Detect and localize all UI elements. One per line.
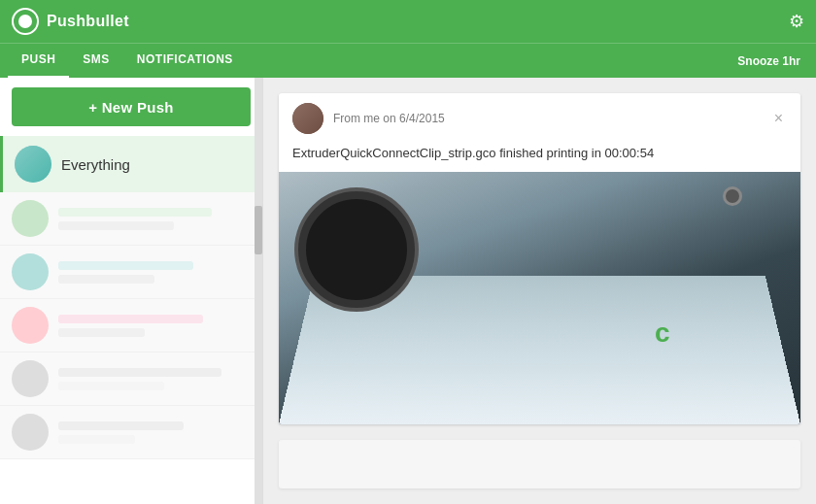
header-right: ⚙ <box>789 11 804 32</box>
header-left: Pushbullet <box>12 8 129 35</box>
nav-tabs-left: PUSH SMS NOTIFICATIONS <box>8 44 247 79</box>
tab-push[interactable]: PUSH <box>8 44 69 79</box>
main-layout: + New Push Everything <box>0 78 816 504</box>
img-bolt <box>723 186 742 206</box>
sidebar-list <box>0 192 262 504</box>
list-item[interactable] <box>0 353 262 406</box>
push-card-placeholder <box>279 440 800 488</box>
sidebar-scrollbar-thumb[interactable] <box>255 206 262 254</box>
list-item[interactable] <box>0 299 262 353</box>
everything-avatar <box>15 146 51 183</box>
push-card-header: From me on 6/4/2015 × <box>279 93 800 144</box>
img-green-mark: c <box>655 318 684 347</box>
push-image: c <box>279 172 800 424</box>
content-area: From me on 6/4/2015 × ExtruderQuickConne… <box>263 78 816 504</box>
list-item[interactable] <box>0 406 262 459</box>
tab-sms[interactable]: SMS <box>69 44 123 79</box>
sender-info: From me on 6/4/2015 <box>333 112 761 125</box>
list-item[interactable] <box>0 246 262 299</box>
gear-icon[interactable]: ⚙ <box>789 11 804 32</box>
new-push-button[interactable]: + New Push <box>12 87 251 126</box>
snooze-button[interactable]: Snooze 1hr <box>737 54 808 68</box>
sidebar: + New Push Everything <box>0 78 263 504</box>
sidebar-item-everything[interactable]: Everything <box>0 136 262 192</box>
push-close-button[interactable]: × <box>770 109 787 128</box>
sender-avatar <box>292 103 323 134</box>
nav-tabs: PUSH SMS NOTIFICATIONS Snooze 1hr <box>0 43 816 78</box>
app-title: Pushbullet <box>47 13 129 30</box>
push-message: ExtruderQuickConnectClip_strip.gco finis… <box>279 144 800 172</box>
push-card: From me on 6/4/2015 × ExtruderQuickConne… <box>279 93 800 424</box>
list-item[interactable] <box>0 192 262 246</box>
img-fan <box>298 191 415 308</box>
everything-label: Everything <box>61 156 130 173</box>
push-image-content: c <box>279 172 800 424</box>
app-header: Pushbullet ⚙ <box>0 0 816 43</box>
app-logo <box>12 8 39 35</box>
sidebar-scrollbar[interactable] <box>255 78 262 504</box>
tab-notifications[interactable]: NOTIFICATIONS <box>123 44 247 79</box>
